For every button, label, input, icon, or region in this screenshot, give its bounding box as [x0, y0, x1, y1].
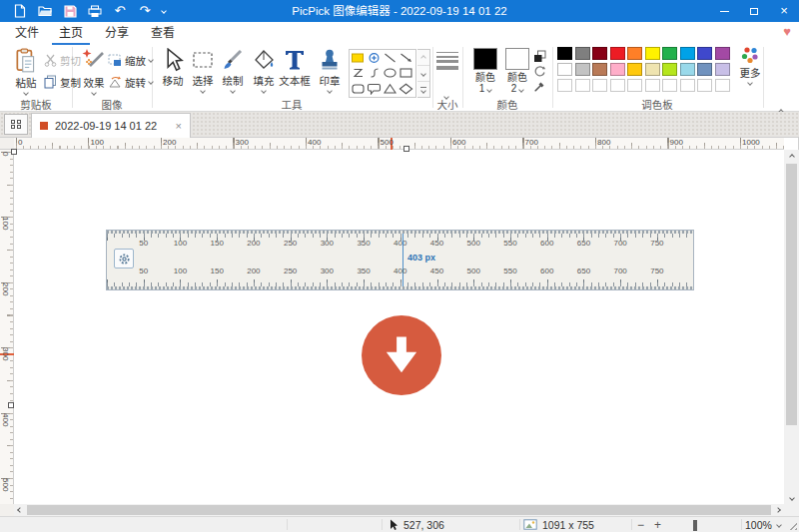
vertical-scrollbar[interactable] [784, 150, 799, 504]
ruler-tool-label: 250 [284, 239, 297, 248]
palette-swatch[interactable] [680, 79, 695, 92]
scroll-up-button[interactable] [784, 150, 799, 163]
resize-button[interactable]: 缩放 [108, 52, 153, 68]
shape-callout-icon[interactable] [366, 81, 382, 96]
palette-swatch[interactable] [557, 63, 572, 76]
document-tab[interactable]: 2022-09-19 14 01 22 × [31, 113, 191, 138]
horizontal-scrollbar[interactable] [14, 504, 784, 516]
shape-polyline-icon[interactable] [350, 66, 366, 81]
palette-swatch[interactable] [715, 79, 730, 92]
zoom-out-button[interactable]: − [637, 518, 644, 532]
selection-handle-top-left[interactable] [11, 149, 17, 155]
shape-arrow-icon[interactable] [398, 50, 413, 65]
effects-button[interactable]: 效果 [76, 48, 112, 95]
palette-swatch[interactable] [575, 79, 590, 92]
zoom-slider-thumb[interactable] [693, 520, 697, 531]
zoom-in-button[interactable]: + [654, 518, 661, 532]
minimize-button[interactable] [709, 0, 739, 22]
size-button[interactable] [436, 52, 458, 70]
palette-swatch[interactable] [557, 79, 572, 92]
tab-overview-button[interactable] [4, 114, 28, 135]
shape-triangle-icon[interactable] [382, 81, 398, 96]
more-colors-button[interactable]: 更多 [735, 46, 765, 85]
vertical-scrollbar-thumb[interactable] [786, 164, 797, 425]
shape-rectangle-icon[interactable] [398, 66, 413, 81]
palette-swatch[interactable] [575, 47, 590, 60]
horizontal-ruler: 01002003004005006007008009001000 [14, 138, 784, 150]
shape-highlight-icon[interactable] [350, 50, 366, 65]
gallery-more-button[interactable] [417, 82, 429, 97]
palette-swatch[interactable] [697, 79, 712, 92]
rotate-icon [108, 76, 122, 89]
eyedropper-button[interactable] [533, 79, 546, 97]
color1-dropdown-icon[interactable] [486, 87, 492, 93]
palette-swatch[interactable] [662, 63, 677, 76]
palette-swatch[interactable] [680, 47, 695, 60]
textbox-tool-button[interactable]: 文本框 [277, 48, 313, 88]
tab-file[interactable]: 文件 [8, 22, 46, 45]
palette-swatch[interactable] [575, 63, 590, 76]
titlebar: ↶ ↷ PicPick 图像编辑器 - 2022-09-19 14 01 22 … [0, 0, 799, 22]
resize-dropdown-icon[interactable] [148, 57, 154, 63]
shape-line-icon[interactable] [382, 50, 398, 65]
rotate-button[interactable]: 旋转 [108, 74, 153, 90]
stamp-dropdown-icon[interactable] [327, 88, 333, 94]
maximize-button[interactable] [739, 0, 769, 22]
palette-swatch[interactable] [610, 63, 625, 76]
heart-icon[interactable]: ♥ [783, 24, 791, 40]
tab-view[interactable]: 查看 [144, 22, 182, 45]
palette-swatch[interactable] [697, 63, 712, 76]
scroll-down-button[interactable] [784, 491, 799, 504]
tab-home[interactable]: 主页 [52, 22, 90, 45]
palette-swatch[interactable] [592, 47, 607, 60]
shape-diamond-icon[interactable] [398, 81, 413, 96]
scroll-left-button[interactable] [14, 504, 26, 516]
horizontal-scrollbar-thumb[interactable] [27, 505, 771, 515]
gallery-scroll-down-button[interactable] [417, 66, 429, 82]
tab-close-icon[interactable]: × [176, 120, 182, 132]
palette-swatch[interactable] [592, 63, 607, 76]
close-button[interactable]: × [769, 0, 799, 22]
canvas[interactable]: 5010015020025030035040045050055060065070… [14, 150, 784, 504]
palette-swatch[interactable] [697, 47, 712, 60]
color2-dropdown-icon[interactable] [518, 87, 524, 93]
shape-magnify-icon[interactable] [366, 50, 382, 65]
shape-rounded-rect-icon[interactable] [350, 81, 366, 96]
palette-swatch[interactable] [715, 47, 730, 60]
palette-swatch[interactable] [627, 79, 642, 92]
palette-swatch[interactable] [662, 79, 677, 92]
shape-ellipse-icon[interactable] [382, 66, 398, 81]
tab-share[interactable]: 分享 [98, 22, 136, 45]
palette-swatch[interactable] [715, 63, 730, 76]
palette-swatch[interactable] [592, 79, 607, 92]
palette-swatch[interactable] [645, 47, 660, 60]
palette-swatch[interactable] [610, 47, 625, 60]
paste-dropdown-icon[interactable] [23, 90, 29, 96]
palette-swatch[interactable] [645, 79, 660, 92]
effects-dropdown-icon[interactable] [91, 90, 97, 96]
color1-button[interactable]: 颜色 1 [471, 48, 499, 94]
shape-curve-icon[interactable] [366, 66, 382, 81]
paste-button[interactable]: 粘贴 [6, 48, 46, 95]
palette-swatch[interactable] [610, 79, 625, 92]
draw-dropdown-icon[interactable] [230, 88, 236, 94]
selection-handle-middle-left[interactable] [8, 402, 14, 408]
resize-grip[interactable] [787, 520, 797, 530]
select-dropdown-icon[interactable] [200, 88, 206, 94]
palette-swatch[interactable] [662, 47, 677, 60]
text-icon [284, 48, 306, 72]
palette-swatch[interactable] [557, 47, 572, 60]
color2-button[interactable]: 颜色 2 [503, 48, 531, 94]
fill-dropdown-icon[interactable] [261, 88, 267, 94]
selection-handle-top-middle[interactable] [403, 146, 409, 152]
palette-swatch[interactable] [645, 63, 660, 76]
gallery-scroll-up-button[interactable] [417, 50, 429, 66]
zoom-level-dropdown-icon[interactable] [776, 522, 782, 528]
more-colors-dropdown-icon[interactable] [747, 80, 753, 86]
palette-swatch[interactable] [627, 47, 642, 60]
scroll-right-button[interactable] [772, 504, 784, 516]
stamp-tool-button[interactable]: 印章 [312, 48, 348, 93]
palette-swatch[interactable] [627, 63, 642, 76]
palette-swatch[interactable] [680, 63, 695, 76]
rotate-dropdown-icon[interactable] [148, 79, 154, 85]
